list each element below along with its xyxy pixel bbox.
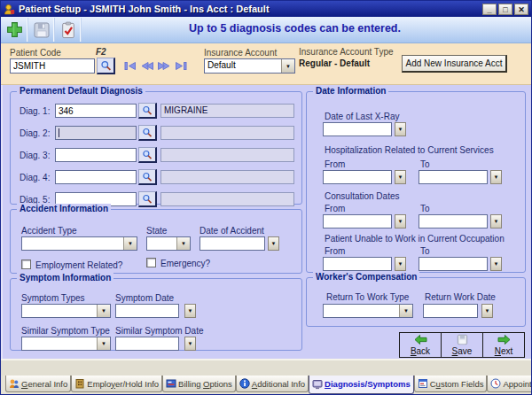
date-of-accident-input[interactable] <box>200 236 265 251</box>
group-title: Worker's Compensation <box>313 272 419 282</box>
back-button[interactable]: Back <box>399 332 442 358</box>
return-work-date-label: Return Work Date <box>425 292 496 302</box>
symptom-date-drop-icon[interactable]: ▼ <box>184 304 196 318</box>
date-of-accident-drop-icon[interactable]: ▼ <box>268 236 279 251</box>
employment-related-label: Employment Related? <box>35 260 122 270</box>
patient-header: Patient Code F2 Insurance Account Defaul… <box>1 43 531 85</box>
next-button[interactable]: Next <box>482 332 525 358</box>
patient-search-button[interactable] <box>97 58 115 74</box>
patient-setup-window: Patient Setup - JSMITH John Smith - Ins … <box>0 0 532 395</box>
patient-code-input[interactable] <box>10 58 95 74</box>
arrow-right-icon <box>497 334 511 345</box>
chevron-down-icon[interactable]: ▼ <box>281 59 294 73</box>
consultation-to-input[interactable] <box>419 214 488 228</box>
emergency-checkbox[interactable] <box>146 258 156 267</box>
save-button[interactable]: Save <box>441 332 483 358</box>
insurance-account-select[interactable]: Default ▼ <box>204 58 295 74</box>
magnifier-icon <box>142 105 153 116</box>
return-work-date-input[interactable] <box>423 304 478 318</box>
employment-related-checkbox[interactable] <box>21 259 31 269</box>
save-record-button[interactable] <box>28 18 55 42</box>
floppy-disk-icon <box>33 21 51 39</box>
tab-appointments[interactable]: Appointments <box>487 376 531 392</box>
xray-date-drop-icon[interactable]: ▼ <box>395 122 406 136</box>
symptom-date-input[interactable] <box>115 304 179 318</box>
floppy-disk-icon <box>457 334 468 345</box>
unable-to-drop-icon[interactable]: ▼ <box>490 257 502 271</box>
unable-from-drop-icon[interactable]: ▼ <box>395 257 406 271</box>
diag5-search-button[interactable] <box>138 191 157 207</box>
hospitalization-to-input[interactable] <box>419 170 488 184</box>
add-record-button[interactable] <box>2 18 28 42</box>
chevron-down-icon[interactable]: ▼ <box>97 305 110 317</box>
hospitalization-from-drop-icon[interactable]: ▼ <box>395 170 406 184</box>
magnifier-icon <box>142 172 153 182</box>
tab-label: Billing Options <box>178 379 232 389</box>
close-icon[interactable]: ✕ <box>514 4 528 15</box>
group-title: Date Information <box>313 86 388 96</box>
last-record-icon[interactable] <box>175 61 187 71</box>
insurance-account-value: Default <box>207 60 236 70</box>
to-label: To <box>420 204 430 213</box>
diag4-code-input[interactable] <box>55 170 137 184</box>
unable-to-input[interactable] <box>419 257 488 271</box>
diag3-search-button[interactable] <box>138 147 157 163</box>
hospitalization-to-drop-icon[interactable]: ▼ <box>490 170 502 184</box>
tab-general-info[interactable]: General Info <box>5 376 71 392</box>
similar-symptom-date-input[interactable] <box>115 337 179 351</box>
unable-from-input[interactable] <box>323 257 392 271</box>
hospitalization-from-input[interactable] <box>323 170 392 184</box>
chevron-down-icon[interactable]: ▼ <box>123 237 137 250</box>
verify-button[interactable] <box>55 18 82 42</box>
consultation-from-drop-icon[interactable]: ▼ <box>395 214 406 228</box>
diag3-code-input[interactable] <box>55 148 137 162</box>
tab-billing-options[interactable]: Billing Options <box>162 376 236 392</box>
magnifier-icon <box>142 194 153 205</box>
back-button-label: Back <box>411 346 430 356</box>
diag2-search-button[interactable] <box>138 125 157 141</box>
from-label: From <box>325 246 345 256</box>
tab-custom-fields[interactable]: Custom Fields <box>414 376 488 392</box>
diag3-label: Diag. 3: <box>20 151 50 160</box>
accident-type-select[interactable]: ▼ <box>21 236 137 251</box>
diag4-search-button[interactable] <box>138 169 157 185</box>
consultation-to-drop-icon[interactable]: ▼ <box>490 214 502 228</box>
similar-symptom-type-select[interactable]: ▼ <box>21 337 111 351</box>
arrow-left-icon <box>414 334 427 345</box>
xray-date-input[interactable] <box>323 122 392 136</box>
return-to-work-type-select[interactable]: ▼ <box>323 304 413 318</box>
maximize-icon[interactable]: □ <box>498 4 512 15</box>
tab-label: Additional Info <box>252 379 305 389</box>
unable-to-work-label: Patient Unable to Work in Current Occupa… <box>325 234 505 244</box>
first-record-icon[interactable] <box>124 61 137 71</box>
app-icon <box>4 4 15 15</box>
tab-bar: General Info Employer/Hold Info Billing … <box>1 376 531 395</box>
chevron-down-icon[interactable]: ▼ <box>97 337 110 350</box>
diag2-code-input[interactable] <box>55 126 137 140</box>
chevron-down-icon[interactable]: ▼ <box>176 237 190 250</box>
similar-symptom-date-drop-icon[interactable]: ▼ <box>184 337 196 351</box>
next-record-icon[interactable] <box>158 61 170 71</box>
return-work-date-drop-icon[interactable]: ▼ <box>481 304 493 318</box>
diag1-search-button[interactable] <box>138 103 157 119</box>
symptom-types-select[interactable]: ▼ <box>21 304 111 318</box>
diag2-label: Diag. 2: <box>20 128 50 138</box>
previous-record-icon[interactable] <box>141 61 153 71</box>
state-select[interactable]: ▼ <box>146 236 191 251</box>
toolbar: Up to 5 diagnosis codes can be entered. <box>1 17 531 43</box>
people-icon <box>9 378 20 389</box>
tab-additional-info[interactable]: Additional Info <box>236 376 309 392</box>
add-new-insurance-button[interactable]: Add New Insurance Acct <box>402 55 507 73</box>
chevron-down-icon[interactable]: ▼ <box>399 305 412 317</box>
diag1-code-input[interactable] <box>55 104 137 118</box>
diag1-description: MIGRAINE <box>160 104 294 118</box>
tab-diagnosis-symptoms[interactable]: Diagnosis/Symptoms <box>309 376 414 394</box>
clipboard-check-icon <box>60 21 76 39</box>
info-message: Up to 5 diagnosis codes can be entered. <box>85 22 505 35</box>
consultation-from-input[interactable] <box>323 214 392 228</box>
building-icon <box>74 378 85 389</box>
tab-employer-hold-info[interactable]: Employer/Hold Info <box>71 376 162 392</box>
diag1-label: Diag. 1: <box>20 106 50 116</box>
minimize-icon[interactable]: _ <box>482 4 497 15</box>
custom-fields-icon <box>418 378 428 389</box>
